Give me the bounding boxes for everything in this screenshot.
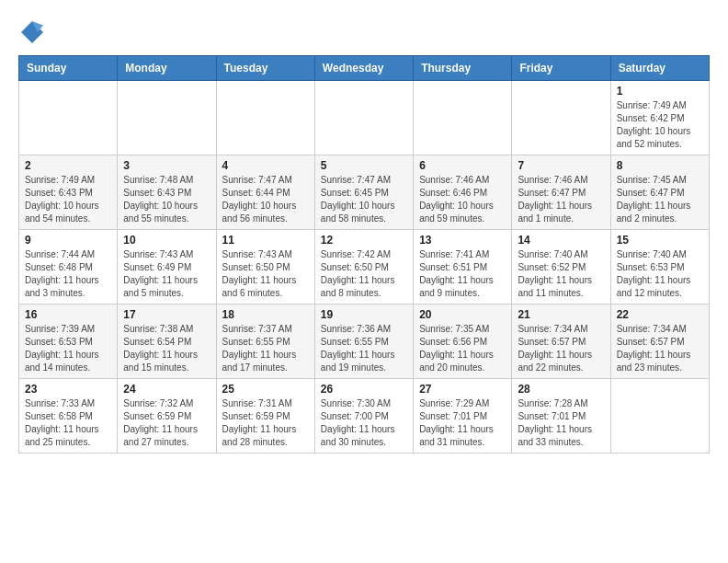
day-info: Sunrise: 7:31 AM Sunset: 6:59 PM Dayligh…	[222, 397, 309, 449]
calendar-cell: 24Sunrise: 7:32 AM Sunset: 6:59 PM Dayli…	[118, 379, 216, 454]
calendar-cell: 10Sunrise: 7:43 AM Sunset: 6:49 PM Dayli…	[118, 230, 216, 304]
day-info: Sunrise: 7:38 AM Sunset: 6:54 PM Dayligh…	[123, 323, 210, 374]
day-number: 18	[222, 308, 309, 321]
calendar-cell: 21Sunrise: 7:34 AM Sunset: 6:57 PM Dayli…	[512, 304, 610, 379]
day-info: Sunrise: 7:43 AM Sunset: 6:50 PM Dayligh…	[222, 248, 309, 300]
calendar-week-row: 2Sunrise: 7:49 AM Sunset: 6:43 PM Daylig…	[19, 155, 710, 230]
day-info: Sunrise: 7:47 AM Sunset: 6:45 PM Dayligh…	[321, 174, 407, 225]
calendar-week-row: 9Sunrise: 7:44 AM Sunset: 6:48 PM Daylig…	[19, 230, 710, 304]
day-number: 5	[321, 159, 407, 172]
day-number: 20	[419, 308, 506, 321]
day-info: Sunrise: 7:40 AM Sunset: 6:52 PM Dayligh…	[518, 248, 604, 300]
weekday-header: Wednesday	[314, 56, 413, 81]
day-number: 16	[25, 308, 111, 321]
calendar-cell: 2Sunrise: 7:49 AM Sunset: 6:43 PM Daylig…	[19, 155, 118, 230]
calendar-cell: 1Sunrise: 7:49 AM Sunset: 6:42 PM Daylig…	[610, 81, 709, 155]
day-number: 24	[123, 383, 210, 396]
day-number: 1	[617, 85, 703, 98]
day-number: 22	[617, 308, 703, 321]
day-info: Sunrise: 7:35 AM Sunset: 6:56 PM Dayligh…	[419, 323, 506, 374]
day-number: 17	[123, 308, 210, 321]
calendar-cell: 11Sunrise: 7:43 AM Sunset: 6:50 PM Dayli…	[216, 230, 314, 304]
calendar-cell	[314, 81, 413, 155]
page-header	[18, 18, 710, 46]
calendar-cell: 3Sunrise: 7:48 AM Sunset: 6:43 PM Daylig…	[118, 155, 216, 230]
day-number: 4	[222, 159, 309, 172]
calendar-cell: 25Sunrise: 7:31 AM Sunset: 6:59 PM Dayli…	[216, 379, 314, 454]
day-info: Sunrise: 7:49 AM Sunset: 6:43 PM Dayligh…	[25, 174, 111, 225]
day-info: Sunrise: 7:44 AM Sunset: 6:48 PM Dayligh…	[25, 248, 111, 300]
day-number: 7	[518, 159, 604, 172]
day-number: 27	[419, 383, 506, 396]
day-info: Sunrise: 7:34 AM Sunset: 6:57 PM Dayligh…	[617, 323, 703, 374]
calendar-cell: 9Sunrise: 7:44 AM Sunset: 6:48 PM Daylig…	[19, 230, 118, 304]
logo	[18, 18, 50, 46]
calendar-cell: 6Sunrise: 7:46 AM Sunset: 6:46 PM Daylig…	[414, 155, 512, 230]
day-number: 19	[321, 308, 407, 321]
calendar-week-row: 23Sunrise: 7:33 AM Sunset: 6:58 PM Dayli…	[19, 379, 710, 454]
calendar-header-row: SundayMondayTuesdayWednesdayThursdayFrid…	[19, 56, 710, 81]
calendar-cell: 4Sunrise: 7:47 AM Sunset: 6:44 PM Daylig…	[216, 155, 314, 230]
calendar-cell	[216, 81, 314, 155]
day-info: Sunrise: 7:43 AM Sunset: 6:49 PM Dayligh…	[123, 248, 210, 300]
day-info: Sunrise: 7:46 AM Sunset: 6:46 PM Dayligh…	[419, 174, 506, 225]
day-info: Sunrise: 7:45 AM Sunset: 6:47 PM Dayligh…	[617, 174, 703, 225]
calendar-cell: 17Sunrise: 7:38 AM Sunset: 6:54 PM Dayli…	[118, 304, 216, 379]
day-number: 2	[25, 159, 111, 172]
calendar-cell: 28Sunrise: 7:28 AM Sunset: 7:01 PM Dayli…	[512, 379, 610, 454]
calendar-cell	[118, 81, 216, 155]
calendar-cell: 18Sunrise: 7:37 AM Sunset: 6:55 PM Dayli…	[216, 304, 314, 379]
day-info: Sunrise: 7:29 AM Sunset: 7:01 PM Dayligh…	[419, 397, 506, 449]
calendar-cell: 26Sunrise: 7:30 AM Sunset: 7:00 PM Dayli…	[314, 379, 413, 454]
weekday-header: Monday	[118, 56, 216, 81]
day-number: 14	[518, 234, 604, 247]
calendar-cell: 22Sunrise: 7:34 AM Sunset: 6:57 PM Dayli…	[610, 304, 709, 379]
day-info: Sunrise: 7:34 AM Sunset: 6:57 PM Dayligh…	[518, 323, 604, 374]
day-number: 21	[518, 308, 604, 321]
calendar-cell: 27Sunrise: 7:29 AM Sunset: 7:01 PM Dayli…	[414, 379, 512, 454]
day-number: 12	[321, 234, 407, 247]
day-number: 10	[123, 234, 210, 247]
day-info: Sunrise: 7:36 AM Sunset: 6:55 PM Dayligh…	[321, 323, 407, 374]
day-number: 13	[419, 234, 506, 247]
calendar-cell	[512, 81, 610, 155]
day-number: 9	[25, 234, 111, 247]
day-info: Sunrise: 7:39 AM Sunset: 6:53 PM Dayligh…	[25, 323, 111, 374]
calendar-week-row: 1Sunrise: 7:49 AM Sunset: 6:42 PM Daylig…	[19, 81, 710, 155]
calendar-cell: 12Sunrise: 7:42 AM Sunset: 6:50 PM Dayli…	[314, 230, 413, 304]
day-number: 15	[617, 234, 703, 247]
day-info: Sunrise: 7:41 AM Sunset: 6:51 PM Dayligh…	[419, 248, 506, 300]
day-number: 28	[518, 383, 604, 396]
day-number: 8	[617, 159, 703, 172]
day-number: 3	[123, 159, 210, 172]
calendar-cell: 8Sunrise: 7:45 AM Sunset: 6:47 PM Daylig…	[610, 155, 709, 230]
day-info: Sunrise: 7:48 AM Sunset: 6:43 PM Dayligh…	[123, 174, 210, 225]
day-number: 25	[222, 383, 309, 396]
day-info: Sunrise: 7:40 AM Sunset: 6:53 PM Dayligh…	[617, 248, 703, 300]
calendar-cell: 20Sunrise: 7:35 AM Sunset: 6:56 PM Dayli…	[414, 304, 512, 379]
calendar-week-row: 16Sunrise: 7:39 AM Sunset: 6:53 PM Dayli…	[19, 304, 710, 379]
day-info: Sunrise: 7:46 AM Sunset: 6:47 PM Dayligh…	[518, 174, 604, 225]
calendar-cell	[19, 81, 118, 155]
calendar-cell: 14Sunrise: 7:40 AM Sunset: 6:52 PM Dayli…	[512, 230, 610, 304]
calendar-cell: 19Sunrise: 7:36 AM Sunset: 6:55 PM Dayli…	[314, 304, 413, 379]
day-number: 26	[321, 383, 407, 396]
calendar-cell: 16Sunrise: 7:39 AM Sunset: 6:53 PM Dayli…	[19, 304, 118, 379]
day-info: Sunrise: 7:28 AM Sunset: 7:01 PM Dayligh…	[518, 397, 604, 449]
day-info: Sunrise: 7:42 AM Sunset: 6:50 PM Dayligh…	[321, 248, 407, 300]
calendar-cell: 13Sunrise: 7:41 AM Sunset: 6:51 PM Dayli…	[414, 230, 512, 304]
weekday-header: Friday	[512, 56, 610, 81]
day-info: Sunrise: 7:47 AM Sunset: 6:44 PM Dayligh…	[222, 174, 309, 225]
day-number: 11	[222, 234, 309, 247]
day-number: 23	[25, 383, 111, 396]
calendar-table: SundayMondayTuesdayWednesdayThursdayFrid…	[18, 55, 710, 454]
calendar-cell: 15Sunrise: 7:40 AM Sunset: 6:53 PM Dayli…	[610, 230, 709, 304]
weekday-header: Thursday	[414, 56, 512, 81]
weekday-header: Tuesday	[216, 56, 314, 81]
logo-icon	[18, 18, 46, 46]
weekday-header: Sunday	[19, 56, 118, 81]
day-info: Sunrise: 7:37 AM Sunset: 6:55 PM Dayligh…	[222, 323, 309, 374]
calendar-cell	[610, 379, 709, 454]
day-info: Sunrise: 7:49 AM Sunset: 6:42 PM Dayligh…	[617, 99, 703, 151]
calendar-cell: 7Sunrise: 7:46 AM Sunset: 6:47 PM Daylig…	[512, 155, 610, 230]
